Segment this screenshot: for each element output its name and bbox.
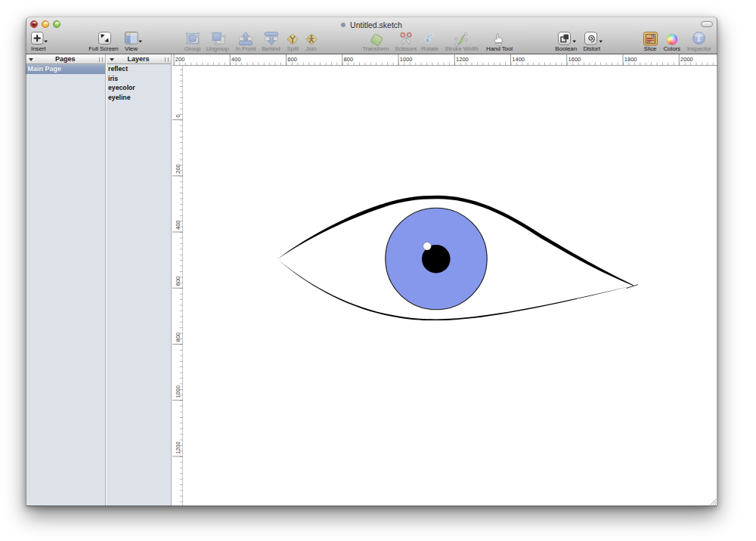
svg-text:0: 0 xyxy=(175,114,181,117)
svg-text:200: 200 xyxy=(175,56,184,63)
svg-text:600: 600 xyxy=(287,56,297,63)
svg-text:1600: 1600 xyxy=(568,56,581,63)
svg-text:600: 600 xyxy=(175,277,181,286)
svg-text:2000: 2000 xyxy=(680,56,693,63)
svg-text:1000: 1000 xyxy=(175,385,181,398)
svg-text:800: 800 xyxy=(343,56,353,63)
svg-text:400: 400 xyxy=(175,220,181,230)
svg-text:1400: 1400 xyxy=(512,56,525,63)
svg-text:200: 200 xyxy=(175,164,181,174)
svg-text:400: 400 xyxy=(231,56,241,63)
svg-text:1000: 1000 xyxy=(399,56,412,63)
svg-text:1800: 1800 xyxy=(624,56,637,63)
svg-text:1200: 1200 xyxy=(456,56,469,63)
svg-text:800: 800 xyxy=(175,332,181,342)
svg-text:1200: 1200 xyxy=(175,441,181,454)
